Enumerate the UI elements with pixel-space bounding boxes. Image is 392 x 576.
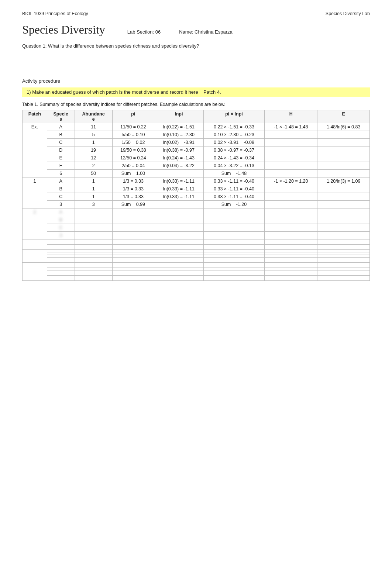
activity-procedure-label: Activity procedure <box>22 78 370 84</box>
species-cell: B <box>47 185 75 193</box>
abundance-cell: 1 <box>75 139 112 146</box>
H-cell <box>265 270 317 273</box>
species-cell: A <box>47 177 75 185</box>
pi-cell: 11/50 = 0.22 <box>112 123 154 131</box>
inpi-cell: ln(0.24) = -1.43 <box>154 154 203 162</box>
patch-answer: Patch 4. <box>203 89 221 95</box>
H-cell <box>265 260 317 263</box>
inpi-cell: ln(0.04) = -3.22 <box>154 162 203 170</box>
header-right: Species Diversity Lab <box>326 11 370 16</box>
species-cell: C <box>47 193 75 201</box>
pi-cell <box>112 258 154 260</box>
abundance-cell: 11 <box>75 123 112 131</box>
H-cell <box>265 263 317 265</box>
E-cell <box>317 247 370 250</box>
abundance-cell <box>75 258 112 260</box>
species-cell: B <box>47 131 75 139</box>
pixinpi-cell: 0.02 × -3.91 = -0.08 <box>203 139 265 146</box>
E-cell <box>317 276 370 278</box>
pixinpi-cell <box>203 268 265 270</box>
H-cell <box>265 258 317 260</box>
table-row <box>23 247 370 250</box>
H-cell <box>265 239 317 242</box>
col-inpi: Inpi <box>154 110 203 123</box>
abundance-cell <box>75 273 112 276</box>
pixinpi-cell: Sum = -1.20 <box>203 201 265 208</box>
H-cell <box>265 278 317 281</box>
abundance-cell <box>75 278 112 281</box>
pixinpi-cell: 0.33 × -1.11 = -0.40 <box>203 177 265 185</box>
inpi-cell <box>154 247 203 250</box>
H-cell <box>265 232 317 239</box>
abundance-cell: 3 <box>75 201 112 208</box>
table-row <box>23 250 370 252</box>
inpi-cell <box>154 224 203 232</box>
pi-cell: 1/3 = 0.33 <box>112 177 154 185</box>
table-row: Ex.A1111/50 = 0.22ln(0.22) = -1.510.22 ×… <box>23 123 370 131</box>
inpi-cell <box>154 170 203 177</box>
abundance-cell <box>75 268 112 270</box>
abundance-cell <box>75 263 112 265</box>
pixinpi-cell <box>203 247 265 250</box>
pixinpi-cell <box>203 232 265 239</box>
col-pixinpi: pi × Inpi <box>203 110 265 123</box>
table-row <box>23 273 370 276</box>
H-cell <box>265 265 317 268</box>
species-cell: C <box>47 139 75 146</box>
table-header-row: Patch Species Abundance pi Inpi pi × Inp… <box>23 110 370 123</box>
table-caption: Table 1. Summary of species diversity in… <box>22 102 370 107</box>
pi-cell <box>112 278 154 281</box>
pi-cell: 1/3 = 0.33 <box>112 185 154 193</box>
inpi-cell <box>154 232 203 239</box>
abundance-cell <box>75 216 112 224</box>
abundance-cell <box>75 247 112 250</box>
abundance-cell: 5 <box>75 131 112 139</box>
table-row <box>23 260 370 263</box>
E-cell <box>317 162 370 170</box>
table-row <box>23 252 370 255</box>
inpi-cell <box>154 268 203 270</box>
abundance-cell <box>75 276 112 278</box>
pi-cell: Sum = 0.99 <box>112 201 154 208</box>
table-row: 2A <box>23 208 370 216</box>
pixinpi-cell: 0.24 × -1.43 = -0.34 <box>203 154 265 162</box>
abundance-cell <box>75 252 112 255</box>
pi-cell <box>112 270 154 273</box>
pi-cell <box>112 268 154 270</box>
abundance-cell: 2 <box>75 162 112 170</box>
patch-cell <box>23 239 47 250</box>
pixinpi-cell <box>203 255 265 258</box>
pi-cell <box>112 224 154 232</box>
pi-cell: 5/50 = 0.10 <box>112 131 154 139</box>
abundance-cell: 1 <box>75 185 112 193</box>
E-cell <box>317 239 370 242</box>
table-row: 3 <box>23 232 370 239</box>
pixinpi-cell <box>203 278 265 281</box>
species-cell: 3 <box>47 201 75 208</box>
H-cell <box>265 276 317 278</box>
species-cell <box>47 263 75 265</box>
abundance-cell <box>75 242 112 245</box>
pixinpi-cell <box>203 273 265 276</box>
abundance-cell: 50 <box>75 170 112 177</box>
table-row: D1919/50 = 0.38ln(0.38) = -0.970.38 × -0… <box>23 146 370 154</box>
inpi-cell: ln(0.02) = -3.91 <box>154 139 203 146</box>
H-cell: -1 × -1.48 = 1.48 <box>265 123 317 131</box>
H-cell <box>265 250 317 252</box>
abundance-cell <box>75 239 112 242</box>
col-pi: pi <box>112 110 154 123</box>
inpi-cell <box>154 208 203 216</box>
question1: Question 1: What is the difference betwe… <box>22 43 370 49</box>
species-cell <box>47 247 75 250</box>
pi-cell <box>112 247 154 250</box>
E-cell <box>317 242 370 245</box>
table-row: C11/50 = 0.02ln(0.02) = -3.910.02 × -3.9… <box>23 139 370 146</box>
table-row <box>23 276 370 278</box>
species-cell <box>47 258 75 260</box>
table-row <box>23 239 370 242</box>
patch-cell: 1 <box>23 177 47 208</box>
E-cell <box>317 216 370 224</box>
E-cell <box>317 250 370 252</box>
table-row: B <box>23 216 370 224</box>
patch-cell: 2 <box>23 208 47 239</box>
